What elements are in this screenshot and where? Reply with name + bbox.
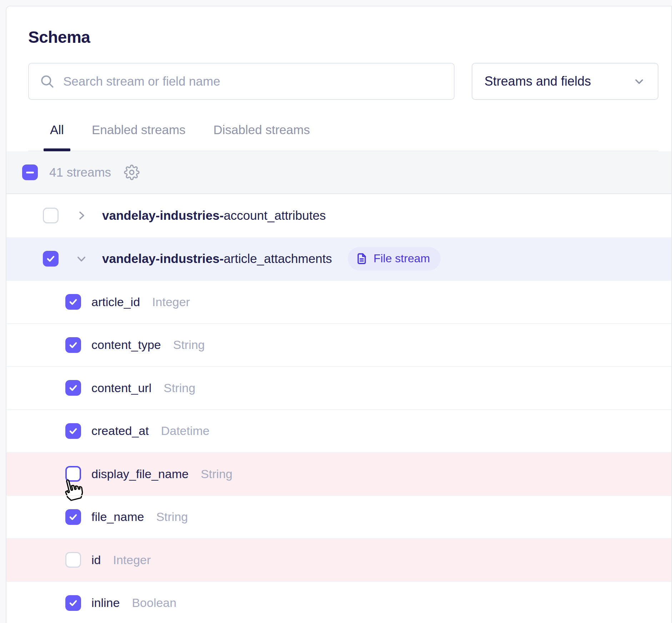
check-icon <box>68 297 79 307</box>
field-name: content_type <box>91 338 161 352</box>
field-row-id[interactable]: id Integer <box>6 538 671 581</box>
gear-icon[interactable] <box>124 164 140 180</box>
stream-row-article-attachments[interactable]: vandelay-industries-article_attachments … <box>6 237 671 280</box>
stream-name: vandelay-industries-article_attachments <box>102 252 332 266</box>
field-row-display-file-name[interactable]: display_file_name String <box>6 452 671 495</box>
field-type: String <box>164 381 195 395</box>
field-row-file-name[interactable]: file_name String <box>6 495 671 538</box>
field-name: file_name <box>91 510 144 524</box>
field-checkbox[interactable] <box>65 380 81 396</box>
streams-toolbar: 41 streams <box>6 151 671 194</box>
tab-all[interactable]: All <box>44 114 70 151</box>
stream-name-prefix: vandelay-industries- <box>102 208 224 222</box>
field-row-created-at[interactable]: created_at Datetime <box>6 409 671 452</box>
chevron-right-icon[interactable] <box>76 210 87 221</box>
field-name: content_url <box>91 381 151 395</box>
stream-row-account-attributes[interactable]: vandelay-industries-account_attributes <box>6 194 671 237</box>
stream-name-suffix: article_attachments <box>224 252 332 265</box>
page-title: Schema <box>28 29 658 45</box>
field-type: String <box>173 338 205 352</box>
tab-enabled-streams[interactable]: Enabled streams <box>85 114 192 151</box>
field-checkbox[interactable] <box>65 423 81 439</box>
filter-dropdown[interactable]: Streams and fields <box>472 63 658 100</box>
file-stream-badge: File stream <box>348 247 441 270</box>
filter-dropdown-value: Streams and fields <box>485 74 591 89</box>
field-name: created_at <box>91 424 149 438</box>
check-icon <box>45 253 56 264</box>
schema-card: Schema Streams and fields All Enabled st… <box>6 6 672 623</box>
field-checkbox[interactable] <box>65 552 81 568</box>
check-icon <box>68 512 79 522</box>
check-icon <box>68 598 79 608</box>
stream-name-prefix: vandelay-industries- <box>102 252 224 265</box>
search-input[interactable] <box>63 65 454 97</box>
field-type: Integer <box>113 553 151 567</box>
field-name: article_id <box>91 295 140 309</box>
search-box <box>28 63 455 100</box>
chevron-down-icon[interactable] <box>76 253 87 264</box>
field-type: String <box>156 510 188 524</box>
field-type: Integer <box>152 295 190 309</box>
indeterminate-dash-icon <box>26 172 34 173</box>
tabs: All Enabled streams Disabled streams <box>28 114 658 151</box>
search-icon <box>40 74 55 89</box>
select-all-checkbox[interactable] <box>22 164 38 180</box>
file-stream-badge-label: File stream <box>373 252 430 265</box>
controls-row: Streams and fields <box>28 63 658 100</box>
field-type: Datetime <box>161 424 210 438</box>
field-checkbox[interactable] <box>65 294 81 310</box>
field-type: Boolean <box>132 596 176 610</box>
field-row-content-url[interactable]: content_url String <box>6 366 671 409</box>
field-row-inline[interactable]: inline Boolean <box>6 581 671 623</box>
field-checkbox[interactable] <box>65 595 81 611</box>
file-document-icon <box>356 253 368 265</box>
field-type: String <box>201 467 232 481</box>
check-icon <box>68 383 79 393</box>
check-icon <box>68 426 79 436</box>
stream-checkbox[interactable] <box>43 208 59 223</box>
check-icon <box>68 340 79 350</box>
field-name: id <box>91 553 101 567</box>
stream-list: vandelay-industries-account_attributes v… <box>6 194 671 623</box>
field-name: inline <box>91 596 120 610</box>
stream-checkbox[interactable] <box>43 251 59 267</box>
schema-header: Schema Streams and fields All Enabled st… <box>6 6 671 151</box>
stream-name: vandelay-industries-account_attributes <box>102 208 326 223</box>
streams-count: 41 streams <box>49 165 111 179</box>
field-row-content-type[interactable]: content_type String <box>6 323 671 366</box>
stream-name-suffix: account_attributes <box>224 208 326 222</box>
field-row-article-id[interactable]: article_id Integer <box>6 280 671 323</box>
field-name: display_file_name <box>91 467 189 481</box>
field-checkbox[interactable] <box>65 509 81 525</box>
chevron-down-icon <box>633 75 646 88</box>
field-checkbox[interactable] <box>65 337 81 353</box>
tab-disabled-streams[interactable]: Disabled streams <box>207 114 316 151</box>
field-checkbox[interactable] <box>65 466 81 482</box>
